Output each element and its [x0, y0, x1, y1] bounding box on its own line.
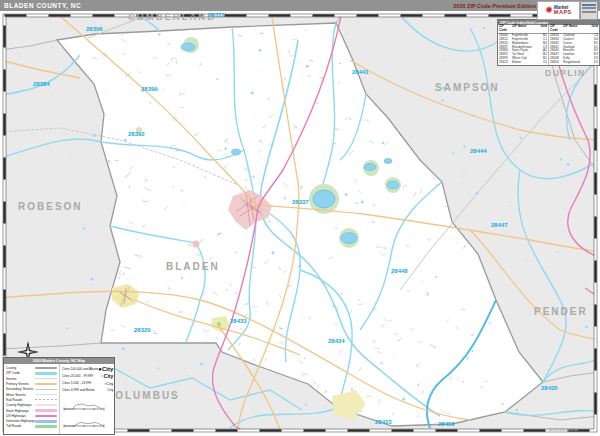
legend-city-row: Cities 4,999 and Below·City	[62, 387, 113, 394]
city-size-sample: ●City	[98, 366, 113, 372]
vendor-box-line	[582, 7, 596, 9]
legend-line-sample	[35, 367, 57, 369]
legend-row-label: County	[6, 366, 16, 370]
legend-row-label: Interstate Highways	[6, 419, 35, 423]
legend-row-label: Streets	[6, 377, 16, 381]
legend-city-label: Cities 4,999 and Below	[62, 388, 95, 392]
legend-line-sample	[35, 389, 57, 391]
zip-index-row: 28423BoltonC5	[498, 61, 548, 65]
legend-row-label: County Highways	[6, 403, 32, 407]
vendor-box-line	[582, 11, 596, 13]
vendor-box	[580, 1, 598, 20]
legend-city-label: Cities 5,000 - 24,999	[62, 381, 91, 385]
logo-brand-bottom: MAPS	[554, 10, 572, 16]
legend-city-row: Cities 25,000 - 99,999○City	[62, 373, 113, 380]
legend-line-sample	[35, 383, 57, 385]
legend-line-sample	[35, 399, 57, 400]
title-bar: BLADEN COUNTY, NC 2020 ZIP Code Premium …	[0, 0, 600, 11]
legend-line-sample	[35, 378, 57, 379]
legend-city-row: Cities 100,000 and Above●City	[62, 366, 113, 373]
legend-row-label: ZIP Code	[6, 371, 20, 375]
legend-line-sample	[35, 394, 57, 395]
legend-city-samples: Cities 100,000 and Above●CityCities 25,0…	[60, 364, 115, 434]
legend-line-sample	[35, 415, 57, 418]
legend-line-samples: CountyZIP CodeStreetsPrimary StreetsSeco…	[4, 364, 60, 434]
legend-panel: 2020 Bladen County, NC Map CountyZIP Cod…	[3, 357, 115, 435]
scale-bar-miles	[62, 401, 106, 411]
legend-row-label: State Highways	[6, 409, 29, 413]
city-size-sample: ○City	[101, 373, 113, 379]
legend-line-sample	[35, 409, 57, 412]
zip-index-row: 28456RiegelwoodD5	[549, 61, 599, 65]
legend-row-label: Rail Roads	[6, 398, 22, 402]
zip-index-group: ZIP CodeZIP NameGrid28306FayettevilleB12…	[498, 25, 549, 65]
scale-bar-kilometers	[62, 419, 106, 429]
legend-line-sample	[35, 425, 57, 428]
legend-row: Toll Roads	[6, 424, 57, 429]
edition-label: 2020 ZIP Code Premium Edition	[453, 3, 536, 9]
legend-city-row: Cities 5,000 - 24,999○City	[62, 380, 113, 387]
zip-index-group: ZIP CodeZIP NameGrid28433ClarktonC428434…	[549, 25, 599, 65]
legend-row-label: Secondary Streets	[6, 387, 33, 391]
zip-index-panel: ZIP Code Index/Grid Locator ZIP CodeZIP …	[497, 19, 600, 66]
marketmaps-logo: ✺ Market MAPS	[537, 1, 580, 20]
page-title: BLADEN COUNTY, NC	[4, 2, 81, 9]
legend-line-sample	[35, 420, 57, 423]
legend-row-label: US Highways	[6, 414, 26, 418]
logo-starburst-icon: ✺	[545, 6, 553, 15]
map-poster-page: BLADEN COUNTY, NC 2020 ZIP Code Premium …	[0, 0, 600, 436]
legend-line-sample	[35, 372, 57, 375]
legend-city-label: Cities 25,000 - 99,999	[62, 374, 93, 378]
vendor-box-line	[582, 4, 596, 6]
legend-city-label: Cities 100,000 and Above	[62, 367, 98, 371]
legend-row-label: Minor Streets	[6, 393, 26, 397]
legend-row-label: Toll Roads	[6, 424, 21, 428]
legend-row-label: Primary Streets	[6, 382, 29, 386]
city-size-sample: ·City	[107, 388, 114, 392]
legend-line-sample	[35, 404, 57, 406]
city-size-sample: ○City	[104, 381, 113, 386]
